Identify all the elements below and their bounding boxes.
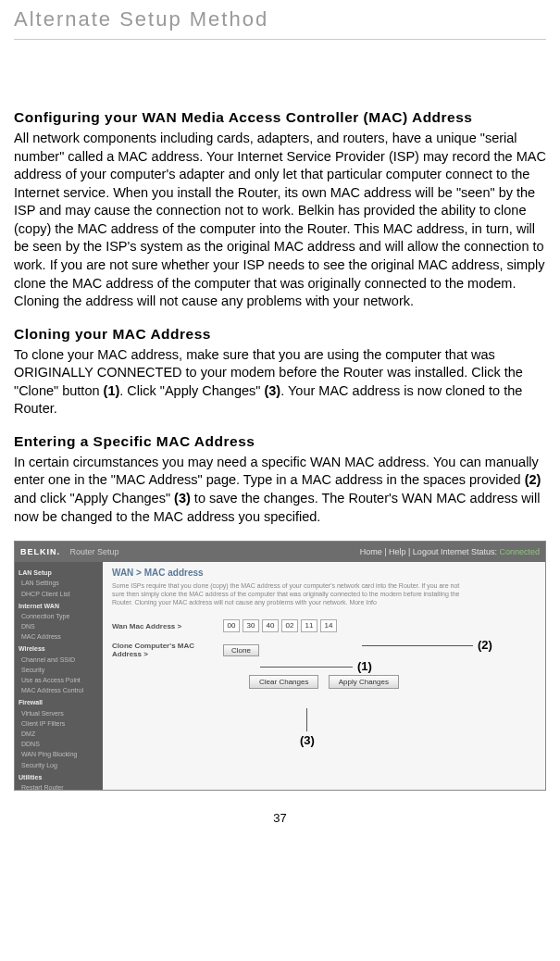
sidebar-item[interactable]: Restart Router	[19, 782, 99, 791]
wan-mac-label: Wan Mac Address >	[112, 622, 223, 630]
clone-button[interactable]: Clone	[223, 644, 259, 656]
sidebar-item[interactable]: DMZ	[19, 729, 99, 739]
text-fragment: In certain circumstances you may need a …	[14, 455, 539, 488]
sidebar-item[interactable]: Connection Type	[19, 611, 99, 621]
embedded-screenshot: BELKIN. Router Setup Home | Help | Logou…	[14, 541, 546, 791]
clone-row: Clone Computer's MAC Address > Clone	[112, 642, 536, 658]
button-row: Clear Changes Apply Changes	[112, 675, 536, 689]
sidebar-item[interactable]: DDNS	[19, 739, 99, 749]
mac-field[interactable]: 02	[281, 619, 298, 632]
ref-marker: (3)	[174, 491, 191, 505]
callout-line	[306, 708, 307, 731]
callout-label: (1)	[357, 659, 372, 673]
panel-intro: Some ISPs require that you clone (copy) …	[112, 581, 464, 606]
sidebar-item[interactable]: MAC Address Control	[19, 685, 99, 695]
section-title-config-mac: Configuring your WAN Media Access Contro…	[14, 109, 546, 126]
callout-line	[362, 645, 473, 646]
sidebar-head: Utilities	[19, 772, 99, 782]
wan-mac-row: Wan Mac Address > 00 30 40 02 11 14	[112, 619, 536, 632]
screenshot-topbar: BELKIN. Router Setup Home | Help | Logou…	[15, 542, 545, 562]
page-header-title: Alternate Setup Method	[14, 0, 546, 40]
callout-label: (3)	[300, 733, 315, 747]
sidebar-item[interactable]: LAN Settings	[19, 578, 99, 588]
screenshot-main: WAN > MAC address Some ISPs require that…	[103, 562, 545, 790]
sidebar-head: Internet WAN	[19, 601, 99, 611]
text-fragment: . Click "Apply Changes"	[119, 383, 264, 398]
ref-marker: (1)	[104, 383, 120, 398]
sidebar-item[interactable]: Virtual Servers	[19, 708, 99, 718]
body-specific: In certain circumstances you may need a …	[14, 454, 546, 526]
status-badge: Connected	[499, 547, 540, 556]
text-fragment: and click "Apply Changes"	[14, 491, 174, 505]
clone-label: Clone Computer's MAC Address >	[112, 642, 223, 658]
sidebar-item[interactable]: Use as Access Point	[19, 675, 99, 685]
section-title-cloning: Cloning your MAC Address	[14, 326, 546, 343]
body-cloning: To clone your MAC address, make sure tha…	[14, 346, 546, 418]
sidebar-head: Wireless	[19, 643, 99, 654]
callout-line	[260, 667, 353, 668]
sidebar-item[interactable]: Channel and SSID	[19, 655, 99, 665]
brand-label: BELKIN.	[20, 547, 60, 556]
body-config-mac: All network components including cards, …	[14, 130, 546, 311]
ref-marker: (3)	[264, 383, 280, 398]
mac-field[interactable]: 00	[223, 619, 240, 632]
sidebar-item[interactable]: Security Log	[19, 760, 99, 770]
sidebar-item[interactable]: Security	[19, 665, 99, 675]
mac-field[interactable]: 40	[262, 619, 279, 632]
sidebar-head: LAN Setup	[19, 568, 99, 578]
sidebar-item[interactable]: MAC Address	[19, 631, 99, 642]
sidebar-head: Firewall	[19, 697, 99, 707]
page-number: 37	[14, 811, 546, 825]
panel-title: WAN > MAC address	[112, 568, 536, 578]
mac-field[interactable]: 14	[320, 619, 337, 632]
mac-field[interactable]: 11	[301, 619, 317, 632]
sidebar-item[interactable]: DNS	[19, 621, 99, 631]
sidebar-item[interactable]: WAN Ping Blocking	[19, 749, 99, 759]
apply-changes-button[interactable]: Apply Changes	[329, 675, 399, 689]
ref-marker: (2)	[525, 472, 541, 487]
clear-changes-button[interactable]: Clear Changes	[249, 675, 318, 689]
sidebar-item[interactable]: DHCP Client List	[19, 589, 99, 599]
subbrand-label: Router Setup	[70, 547, 119, 556]
screenshot-sidebar: LAN Setup LAN Settings DHCP Client List …	[15, 562, 103, 790]
callout-label: (2)	[478, 638, 492, 652]
section-title-specific: Entering a Specific MAC Address	[14, 433, 546, 450]
mac-field[interactable]: 30	[243, 619, 259, 632]
sidebar-item[interactable]: Client IP Filters	[19, 718, 99, 729]
top-links: Home | Help | Logout Internet Status:	[360, 547, 497, 556]
